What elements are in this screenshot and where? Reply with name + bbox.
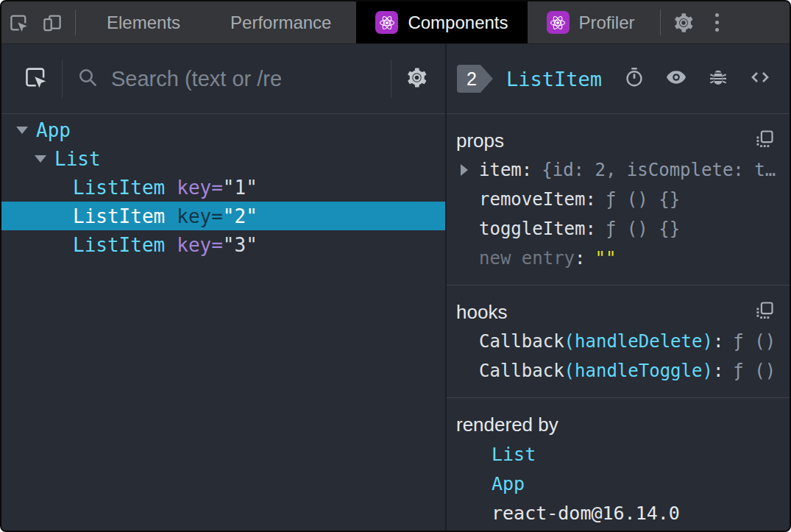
search-input[interactable]: Search (text or /re [111,67,377,91]
component-inspector-panel: 2 ListItem [447,44,790,531]
gear-icon [672,11,695,35]
devtools-toolbar: Elements Performance Components [1,1,790,44]
prop-row-removeitem[interactable]: removeItem:ƒ () {} [456,185,779,214]
rendered-by-title: rendered by [456,414,558,436]
component-name: ListItem [73,205,165,227]
hook-name: Callback [479,361,564,381]
prop-value: ƒ () {} [606,189,680,210]
expander-closed-icon[interactable] [461,164,468,176]
key-attr-value: "3" [223,234,258,256]
prop-row-new-entry[interactable]: new entry:"" [456,244,779,273]
toolbar-separator [660,10,661,35]
key-attr-name: key [177,234,211,256]
new-entry-value-field[interactable]: "" [595,248,617,269]
key-attr-equals: = [211,234,223,256]
react-logo-icon [547,11,570,34]
tree-row-listitem-2-selected[interactable]: ListItem key="2" [1,202,445,230]
prop-row-toggleitem[interactable]: toggleItem:ƒ () {} [456,214,779,244]
hook-name: Callback [479,331,564,352]
debug-log-button[interactable] [707,66,729,91]
copy-icon [754,300,775,324]
inspect-cursor-icon [7,12,29,34]
toolbar-separator [62,60,63,98]
device-toolbar-button[interactable] [35,1,69,43]
key-attr-name: key [177,177,211,199]
copy-icon [754,129,775,152]
rendered-by-list-link[interactable]: List [456,439,779,469]
hooks-section-title: hooks [456,301,507,324]
suspend-toggle-button[interactable] [623,66,645,91]
expander-open-icon[interactable] [35,155,46,163]
copy-hooks-button[interactable] [754,300,775,324]
tree-row-listitem-1[interactable]: ListItem key="1" [1,173,445,202]
new-entry-field[interactable]: new entry [479,248,575,269]
key-attr-equals: = [211,177,223,199]
hook-value: ƒ () {} [733,361,779,381]
device-toolbar-icon [41,12,63,34]
tab-performance-label: Performance [230,13,331,33]
hook-fn-name: (handleDelete) [564,331,713,352]
tree-row-listitem-3[interactable]: ListItem key="3" [1,230,445,259]
component-name: ListItem [73,177,165,199]
inspect-element-button[interactable] [1,1,35,43]
tree-row-list[interactable]: List [1,144,445,173]
prop-name: item [479,160,522,180]
hook-row-handletoggle[interactable]: Callback(handleToggle):ƒ () {} [456,356,779,386]
component-name: ListItem [73,234,165,256]
key-attr-equals: = [211,205,223,227]
prop-row-item[interactable]: item:{id: 2, isComplete: t… [456,155,779,185]
select-component-button[interactable] [22,64,49,93]
component-name: App [36,119,71,141]
inspector-header: 2 ListItem [447,44,790,114]
tab-profiler-label: Profiler [579,13,635,33]
prop-value: ƒ () {} [606,219,680,239]
component-name: List [54,148,101,170]
hook-row-handledelete[interactable]: Callback(handleDelete):ƒ () {} [456,327,779,356]
more-options-button[interactable] [700,1,734,43]
components-tree-panel: Search (text or /re App List [1,44,445,531]
toolbar-separator [391,60,391,98]
tab-components[interactable]: Components [356,1,527,43]
rendered-by-app-link[interactable]: App [456,469,779,498]
settings-button[interactable] [667,1,700,43]
hook-fn-name: (handleToggle) [564,361,713,381]
key-badge: 2 [457,65,493,93]
view-source-button[interactable] [748,65,772,92]
tree-settings-button[interactable] [405,65,429,93]
hooks-section: hooks [447,285,790,398]
props-section: props [447,114,790,285]
code-brackets-icon [748,65,772,92]
key-attr-value: "2" [223,205,258,227]
inspect-dom-button[interactable] [664,65,688,92]
bug-icon [707,66,729,91]
copy-props-button[interactable] [754,129,775,152]
props-section-title: props [456,130,504,152]
component-tree: App List ListItem key="1" ListItem key="… [1,114,445,531]
prop-name: removeItem [479,189,586,210]
stopwatch-icon [623,66,645,91]
tab-profiler[interactable]: Profiler [528,1,654,43]
tree-row-app[interactable]: App [1,116,445,144]
rendered-by-react-dom: react-dom@16.14.0 [456,498,779,528]
tree-panel-toolbar: Search (text or /re [1,44,445,114]
devtools-window: Elements Performance Components [0,0,791,532]
search-icon [76,65,99,92]
prop-name: toggleItem [479,219,586,239]
key-attr-name: key [177,205,211,227]
rendered-by-section: rendered by List App react-dom@16.14.0 [447,398,790,532]
main-area: Search (text or /re App List [1,44,790,531]
toolbar-separator [75,10,76,35]
react-logo-icon [375,11,398,34]
expander-open-icon[interactable] [16,127,28,134]
prop-value: {id: 2, isComplete: t… [542,160,776,180]
tab-components-label: Components [408,13,508,33]
tab-elements-label: Elements [107,13,180,33]
selected-component-title: ListItem [506,68,602,91]
more-menu-icon [715,13,719,17]
tab-performance[interactable]: Performance [205,1,356,43]
hook-value: ƒ () {} [733,331,779,352]
key-attr-value: "1" [223,177,258,199]
eye-icon [664,65,688,92]
tab-elements[interactable]: Elements [82,1,205,43]
